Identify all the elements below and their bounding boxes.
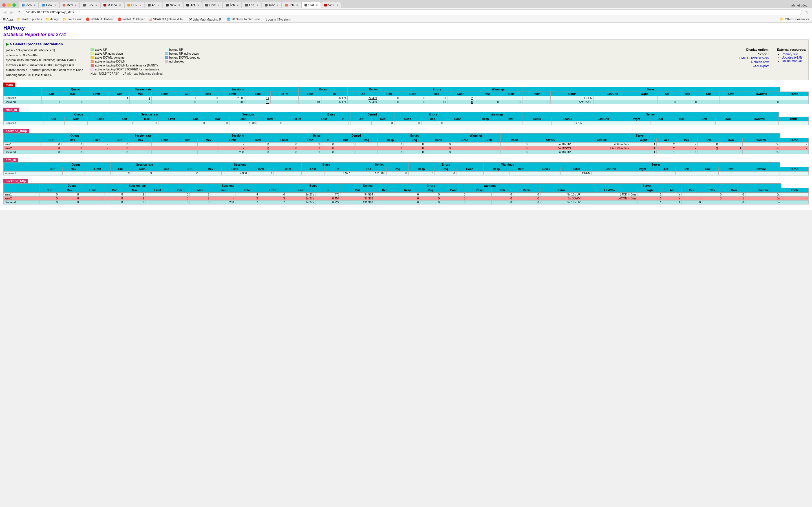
backend-rtmp-ams2-row: ams2 00- 00 00-00 ? 00 0 00 00 5s DOWNL4… (4, 146, 809, 150)
col-queue: Queue (42, 87, 109, 92)
backend-http-bar: backend_http (3, 179, 28, 183)
tab-job[interactable]: Job× (282, 2, 301, 8)
http-lb-bar: http_lb (3, 158, 18, 162)
http-lb-frontend-row: Frontend 03 032 0007 6 927131 966 00 0 O… (4, 171, 809, 175)
tab-stat[interactable]: Stat× (301, 2, 321, 8)
manual-link[interactable]: Online manual (781, 59, 802, 62)
back-button[interactable]: ◀ (2, 9, 8, 15)
tab-new[interactable]: New× (163, 2, 183, 8)
display-options-block: Display option: Scope : Hide 'DOWN' serv… (739, 48, 769, 78)
rtmp-lb-bar: rtmp_lb (3, 108, 19, 112)
bookmark-apps[interactable]: ⊞ Apps (2, 17, 14, 21)
col-sessions: Sessions (177, 87, 299, 92)
legend-note: Note: "NOLB"/"DRAIN" = UP with load-bala… (91, 72, 733, 75)
backend-rtmp-ams1-row: ams1 00- 00 00-00 ? 00 0 00 00 5m18s UPL… (4, 142, 809, 146)
bookmark-design[interactable]: 📁 design (45, 17, 60, 21)
updates-link[interactable]: Updates (v1.5) (781, 56, 802, 59)
backend-http-ams1-row: ams1 00- 02 02-44 2m27s 47394 584 0 00 0… (4, 192, 809, 196)
browser-chrome: Idea× How× Med× Türk× M Inbo× EC2× An× N… (0, 0, 812, 23)
tab-trav[interactable]: Trav× (262, 2, 282, 8)
stats-section: stats Queue Session rate Sessions Bytes … (3, 82, 809, 104)
stats-subtitle: Statistics Report for pid 2774 (3, 32, 809, 37)
bookmark-pointcloud[interactable]: 📁 point cloud (62, 17, 83, 21)
col-server: Server (522, 87, 780, 92)
window-maximize[interactable] (12, 3, 16, 7)
tab-an[interactable]: An× (145, 2, 162, 8)
backend-http-backend-row: Backend 00 03 0320077 2m27s 6 927131 966… (4, 200, 809, 204)
tab-how1[interactable]: How× (39, 2, 59, 8)
section-arrow: ▶ (6, 42, 9, 46)
section-general-header: ▶ > General process information (6, 42, 806, 46)
haproxy-title: HAProxy (3, 25, 809, 31)
stats-section-bar: stats (3, 82, 15, 87)
backend-rtmp-bar: backend_rtmp (3, 129, 29, 133)
bookmark-webrtc-publish[interactable]: 🔴 WebRTC Publish (85, 17, 115, 21)
general-section: ▶ > General process information pid = 27… (3, 40, 809, 80)
tab-522[interactable]: 52.2× (321, 2, 341, 8)
tab-inbox[interactable]: M Inbo× (100, 2, 124, 8)
bookmark-startup[interactable]: 📁 startup pitches (16, 17, 43, 21)
tab-ileti[interactable]: İleti× (223, 2, 242, 8)
col-errors: Errors (400, 87, 474, 92)
bookmark-20sites[interactable]: 🌐 20 Sites To Get Free... (226, 17, 263, 21)
refresh-now-link[interactable]: Refresh now (751, 60, 769, 64)
backend-http-ams2-row: ams2 00- 01 02-33 2m27s 6 45437 382 0 00… (4, 196, 809, 200)
bookmark-other[interactable]: 📁 Other Bookmarks (779, 17, 810, 21)
stats-frontend-row: Frontend 14 132 00014 6 17172 499 00 02 … (4, 96, 809, 100)
stats-backend-row: Backend 00 02 01200100 0s 6 17172 499 00… (4, 100, 809, 104)
tab-idea[interactable]: Idea× (18, 2, 39, 8)
backend-rtmp-section: backend_rtmp Queue Session rate Sessions… (3, 129, 809, 154)
bookmark-spar3d[interactable]: 📊 SPAR 3D | News & In... (147, 17, 186, 21)
col-denied: Denied (348, 87, 400, 92)
col-bytes: Bytes (298, 87, 348, 92)
tab-how2[interactable]: How× (202, 2, 222, 8)
tab-loa[interactable]: Loa× (242, 2, 261, 8)
bookmark-button[interactable]: ☆ (804, 9, 810, 15)
window-close[interactable] (2, 3, 6, 7)
csv-export-link[interactable]: CSV export (753, 64, 769, 68)
hide-down-link[interactable]: Hide 'DOWN' servers (739, 56, 769, 60)
primary-site-link[interactable]: Primary site (781, 52, 798, 56)
address-bar[interactable] (24, 9, 802, 15)
tab-turk[interactable]: Türk× (80, 2, 100, 8)
col-warnings: Warnings (474, 87, 522, 92)
col-session-rate: Session rate (109, 87, 177, 92)
forward-button[interactable]: ▶ (9, 9, 15, 15)
tab-med[interactable]: Med× (59, 2, 80, 8)
tab-ant[interactable]: Ant× (183, 2, 202, 8)
tab-ec2[interactable]: EC2× (124, 2, 144, 8)
http-lb-section: http_lb Queue Session rate Sessions Byte… (3, 158, 809, 175)
bookmark-typeform[interactable]: t Log in | Typeform (265, 17, 292, 21)
browser-window: Idea× How× Med× Türk× M Inbo× EC2× An× N… (0, 0, 812, 210)
window-minimize[interactable] (7, 3, 11, 7)
rtmp-lb-frontend-row: Frontend 00 002 0000 00 00 0 OPEN (4, 121, 809, 125)
backend-http-section: backend_http Queue Session rate Sessions… (3, 179, 809, 205)
external-resources-block: External resources: Primary site Updates… (777, 48, 806, 78)
rtmp-lb-section: rtmp_lb Queue Session rate Sessions Byte… (3, 108, 809, 125)
user-name: ahmet oğuz (789, 3, 810, 8)
bookmark-webrtc-player[interactable]: 🔴 WebRTC Player (117, 17, 146, 21)
legend-block: active UP active UP, going down active D… (91, 48, 733, 78)
process-info-block: pid = 2774 (process #1, nbproc = 1) upti… (6, 48, 85, 78)
col-name (4, 87, 42, 96)
refresh-button[interactable]: ↺ (16, 9, 22, 15)
backend-rtmp-backend-row: Backend 00 00 0020000 ? 00 0 00 00 5m18s… (4, 150, 809, 154)
bookmark-lidarmap[interactable]: 🗺 LidarMap Mapping F... (188, 17, 224, 21)
